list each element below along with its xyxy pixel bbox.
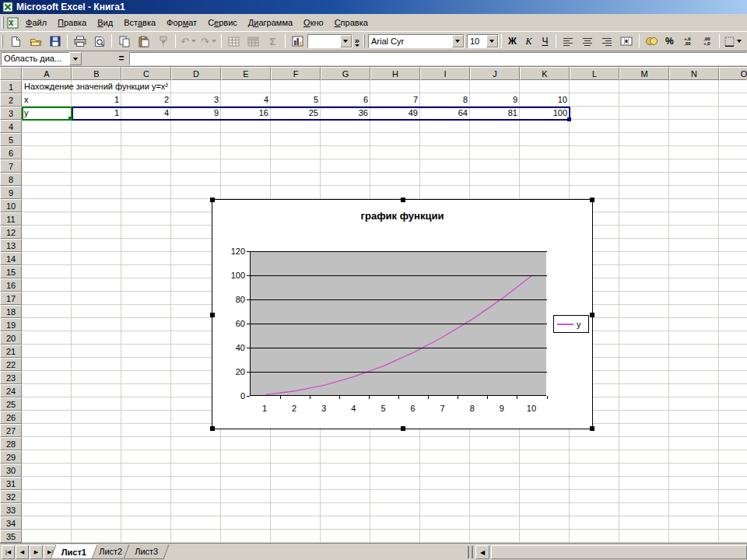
title-bar[interactable]: Microsoft Excel - Книга1 bbox=[0, 0, 747, 14]
chart-wizard-button[interactable] bbox=[289, 33, 307, 50]
column-header-A[interactable]: A bbox=[22, 67, 72, 80]
column-header-E[interactable]: E bbox=[221, 67, 271, 80]
redo-button[interactable]: ↷ bbox=[199, 33, 218, 50]
row-header-8[interactable]: 8 bbox=[0, 173, 22, 186]
menu-item-8[interactable]: Справка bbox=[329, 16, 374, 30]
cell-B2[interactable]: 1 bbox=[72, 93, 121, 107]
row-header-11[interactable]: 11 bbox=[0, 212, 22, 226]
first-sheet-button[interactable]: |◀ bbox=[2, 545, 15, 559]
next-sheet-button[interactable]: ▶ bbox=[30, 545, 43, 559]
chart-plot-area[interactable] bbox=[250, 251, 546, 396]
column-header-M[interactable]: M bbox=[619, 67, 669, 80]
menu-item-3[interactable]: Вставка bbox=[118, 16, 161, 30]
name-box-dropdown-button[interactable] bbox=[69, 52, 82, 65]
chart-legend[interactable]: y bbox=[553, 315, 589, 333]
row-header-33[interactable]: 33 bbox=[0, 503, 22, 516]
selection-handle-n[interactable] bbox=[401, 198, 405, 202]
menu-item-7[interactable]: Окно bbox=[298, 16, 329, 30]
row-header-21[interactable]: 21 bbox=[0, 345, 22, 358]
column-header-G[interactable]: G bbox=[321, 67, 370, 80]
sheet-tab-Лист1[interactable]: Лист1 bbox=[51, 544, 98, 559]
row-header-3[interactable]: 3 bbox=[0, 107, 22, 120]
row-header-1[interactable]: 1 bbox=[0, 80, 22, 93]
range-fill-handle[interactable] bbox=[567, 117, 571, 121]
menu-item-0[interactable]: Файл bbox=[20, 16, 52, 30]
align-right-button[interactable] bbox=[598, 33, 616, 50]
column-header-J[interactable]: J bbox=[470, 67, 520, 80]
formula-input[interactable] bbox=[129, 52, 747, 65]
row-header-20[interactable]: 20 bbox=[0, 331, 22, 345]
insert-table-button[interactable] bbox=[225, 33, 243, 50]
align-left-button[interactable] bbox=[559, 33, 577, 50]
more-buttons-button[interactable]: » bbox=[353, 33, 361, 50]
font-name-dropdown-button[interactable] bbox=[452, 35, 464, 47]
column-header-I[interactable]: I bbox=[420, 67, 470, 80]
row-header-9[interactable]: 9 bbox=[0, 186, 22, 199]
row-header-22[interactable]: 22 bbox=[0, 358, 22, 371]
paste-button[interactable] bbox=[135, 33, 153, 50]
borders-button[interactable] bbox=[723, 33, 743, 50]
column-header-K[interactable]: K bbox=[520, 67, 570, 80]
row-header-5[interactable]: 5 bbox=[0, 133, 22, 146]
row-header-16[interactable]: 16 bbox=[0, 278, 22, 292]
selection-handle-nw[interactable] bbox=[210, 198, 215, 202]
row-header-4[interactable]: 4 bbox=[0, 120, 22, 133]
cell-D2[interactable]: 3 bbox=[171, 93, 221, 107]
row-header-24[interactable]: 24 bbox=[0, 384, 22, 397]
selection-handle-sw[interactable] bbox=[210, 426, 215, 431]
equals-button[interactable]: = bbox=[115, 53, 128, 65]
hscroll-left-button[interactable]: ◀ bbox=[475, 545, 489, 559]
previous-sheet-button[interactable]: ◀ bbox=[16, 545, 29, 559]
active-cell-fill-handle[interactable] bbox=[68, 117, 72, 121]
merge-center-button[interactable] bbox=[618, 33, 636, 50]
cell-E2[interactable]: 4 bbox=[221, 93, 271, 107]
row-header-18[interactable]: 18 bbox=[0, 305, 22, 318]
open-button[interactable] bbox=[26, 33, 44, 50]
format-table-button[interactable] bbox=[244, 33, 262, 50]
row-header-10[interactable]: 10 bbox=[0, 199, 22, 212]
print-preview-button[interactable] bbox=[90, 33, 108, 50]
cell-F2[interactable]: 5 bbox=[271, 93, 321, 107]
row-header-12[interactable]: 12 bbox=[0, 226, 22, 239]
row-header-2[interactable]: 2 bbox=[0, 93, 22, 107]
column-header-B[interactable]: B bbox=[72, 67, 121, 80]
tab-split-handle[interactable] bbox=[468, 546, 473, 558]
chart-object[interactable]: график функции y 02040608010012012345678… bbox=[212, 199, 593, 429]
column-header-F[interactable]: F bbox=[271, 67, 321, 80]
row-header-15[interactable]: 15 bbox=[0, 265, 22, 278]
row-header-19[interactable]: 19 bbox=[0, 318, 22, 331]
row-header-32[interactable]: 32 bbox=[0, 490, 22, 503]
copy-button[interactable] bbox=[115, 33, 133, 50]
zoom-dropdown-button[interactable] bbox=[340, 35, 352, 47]
menu-item-4[interactable]: Формат bbox=[161, 16, 202, 30]
formatting-toolbar-grip[interactable] bbox=[363, 35, 365, 47]
row-header-28[interactable]: 28 bbox=[0, 437, 22, 450]
name-box[interactable]: Область диа... bbox=[1, 52, 69, 65]
italic-button[interactable]: К bbox=[521, 33, 536, 50]
menu-item-2[interactable]: Вид bbox=[92, 16, 118, 30]
selection-handle-se[interactable] bbox=[590, 426, 594, 431]
align-center-button[interactable] bbox=[579, 33, 597, 50]
selection-handle-ne[interactable] bbox=[590, 198, 594, 202]
row-header-30[interactable]: 30 bbox=[0, 464, 22, 477]
row-header-23[interactable]: 23 bbox=[0, 371, 22, 384]
selection-handle-s[interactable] bbox=[401, 426, 405, 431]
autosum-button[interactable]: Σ bbox=[264, 33, 282, 50]
row-header-26[interactable]: 26 bbox=[0, 411, 22, 424]
column-header-C[interactable]: C bbox=[121, 67, 171, 80]
cell-A2[interactable]: x bbox=[22, 93, 70, 107]
column-header-N[interactable]: N bbox=[669, 67, 719, 80]
row-header-29[interactable]: 29 bbox=[0, 450, 22, 464]
undo-button[interactable]: ↶ bbox=[179, 33, 198, 50]
menu-item-5[interactable]: Сервис bbox=[202, 16, 243, 30]
row-header-34[interactable]: 34 bbox=[0, 516, 22, 530]
save-button[interactable] bbox=[46, 33, 64, 50]
percent-style-button[interactable]: % bbox=[662, 33, 677, 50]
column-header-D[interactable]: D bbox=[171, 67, 221, 80]
menubar-grip[interactable] bbox=[2, 16, 4, 29]
menu-item-6[interactable]: Диаграмма bbox=[243, 16, 298, 30]
row-header-17[interactable]: 17 bbox=[0, 292, 22, 305]
font-name-combobox[interactable]: Arial Cyr bbox=[368, 34, 465, 48]
select-all-corner[interactable] bbox=[0, 67, 22, 80]
cell-C2[interactable]: 2 bbox=[121, 93, 171, 107]
